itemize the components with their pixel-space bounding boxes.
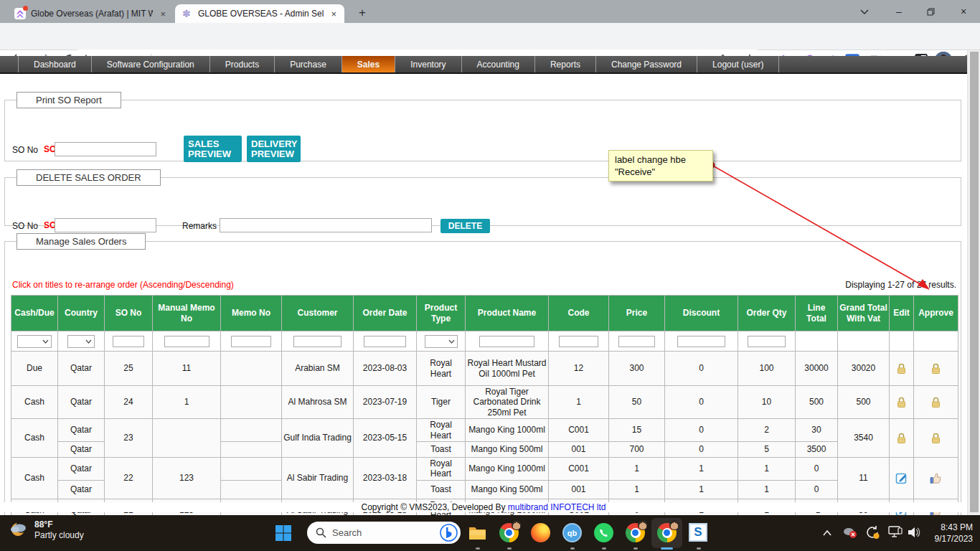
col-header-product-name[interactable]: Product Name xyxy=(466,296,549,331)
country-filter-select[interactable] xyxy=(67,335,95,348)
browser-tab-1[interactable]: Globe Overseas (Arafat) | MIT Wo × xyxy=(7,4,174,23)
cell-order-date: 2023-07-19 xyxy=(354,386,417,419)
delete-so-no-input[interactable] xyxy=(55,218,156,232)
cell-line-total: 500 xyxy=(796,386,838,419)
col-header-country[interactable]: Country xyxy=(58,296,105,331)
window-restore-button[interactable] xyxy=(921,4,940,19)
so-no-filter-input[interactable] xyxy=(113,336,143,347)
lock-icon xyxy=(896,433,907,444)
developer-link[interactable]: multibrand INFOTECH ltd xyxy=(508,502,606,512)
code-filter-input[interactable] xyxy=(559,336,598,347)
nav-item-reports[interactable]: Reports xyxy=(535,56,596,72)
delivery-preview-button[interactable]: DELIVERY PREVIEW xyxy=(247,136,301,162)
cash-due-filter-select[interactable] xyxy=(17,335,52,348)
cell-price: 50 xyxy=(609,386,665,419)
file-explorer-icon[interactable] xyxy=(468,523,487,542)
tab1-close-icon[interactable]: × xyxy=(158,9,168,19)
col-header-grand-total[interactable]: Grand Total With Vat xyxy=(838,296,890,331)
col-header-line-total[interactable]: Line Total xyxy=(796,296,838,331)
tray-network-icon[interactable] xyxy=(888,526,904,542)
col-header-memo-no[interactable]: Memo No xyxy=(221,296,282,331)
taskbar-clock[interactable]: 8:43 PM 9/17/2023 xyxy=(935,522,973,545)
taskbar-search-box[interactable]: Search xyxy=(307,522,461,544)
col-header-approve[interactable]: Approve xyxy=(914,296,958,331)
cell-grand-total: 3540 xyxy=(838,419,890,458)
col-header-discount[interactable]: Discount xyxy=(665,296,738,331)
chrome-profile2-icon[interactable] xyxy=(626,523,645,542)
tab2-close-icon[interactable]: × xyxy=(329,9,339,19)
window-chevron-down-icon[interactable] xyxy=(855,4,874,19)
tray-chevron-up-icon[interactable] xyxy=(822,527,832,540)
window-minimize-button[interactable]: – xyxy=(890,4,908,19)
col-header-price[interactable]: Price xyxy=(609,296,665,331)
approve-button-cell[interactable] xyxy=(914,457,958,499)
chrome-profile3-icon-active[interactable] xyxy=(657,523,677,542)
cell-memo xyxy=(221,386,282,419)
tray-update-sync-icon[interactable] xyxy=(865,524,881,543)
col-header-customer[interactable]: Customer xyxy=(282,296,354,331)
cell-country: Qatar xyxy=(58,386,105,419)
window-close-button[interactable]: × xyxy=(954,4,973,19)
clock-time: 8:43 PM xyxy=(935,522,973,533)
s-app-icon[interactable]: S xyxy=(689,523,708,542)
page-scrollbar-thumb[interactable] xyxy=(970,52,979,512)
chrome-icon[interactable] xyxy=(499,523,519,542)
lock-icon xyxy=(930,433,941,444)
firefox-icon[interactable] xyxy=(531,523,550,542)
nav-item-software-configuration[interactable]: Software Configuration xyxy=(92,56,210,72)
nav-item-dashboard[interactable]: Dashboard xyxy=(18,56,92,72)
col-header-code[interactable]: Code xyxy=(549,296,609,331)
nav-item-inventory[interactable]: Inventory xyxy=(395,56,461,72)
sales-preview-button[interactable]: SALES PREVIEW xyxy=(184,136,242,162)
print-so-report-section: Print SO Report SO No SO SALES PREVIEW D… xyxy=(4,92,961,161)
memo-filter-input[interactable] xyxy=(231,336,271,347)
cell-line-total: 0 xyxy=(796,457,838,480)
nav-item-accounting[interactable]: Accounting xyxy=(462,56,535,72)
chrome-profile-bubble xyxy=(512,520,522,530)
lock-icon xyxy=(896,363,907,375)
product-type-filter-select[interactable] xyxy=(425,335,458,348)
weather-widget[interactable]: 88°FPartly cloudy xyxy=(7,519,84,541)
edit-button-cell[interactable] xyxy=(890,457,914,499)
col-header-product-type[interactable]: Product Type xyxy=(417,296,466,331)
search-icon xyxy=(316,527,326,538)
tray-volume-icon[interactable] xyxy=(907,526,921,542)
nav-item-logout[interactable]: Logout (user) xyxy=(697,56,779,72)
col-header-cash-due[interactable]: Cash/Due xyxy=(11,296,58,331)
order-date-filter-input[interactable] xyxy=(364,336,405,347)
cell-product-name: Mango King 1000ml xyxy=(466,457,549,480)
remarks-input[interactable] xyxy=(220,218,432,232)
price-filter-input[interactable] xyxy=(618,336,655,347)
manage-sales-orders-legend: Manage Sales Orders xyxy=(17,233,146,250)
print-so-no-input[interactable] xyxy=(55,142,156,156)
nav-item-change-password[interactable]: Change Password xyxy=(596,56,697,72)
tray-sound-error-icon[interactable] xyxy=(842,525,858,542)
browser-tab-2[interactable]: ✽ GLOBE OVERSEAS - Admin SellIte × xyxy=(175,4,344,23)
col-header-order-date[interactable]: Order Date xyxy=(354,296,417,331)
nav-item-sales[interactable]: Sales xyxy=(342,56,395,72)
page-scrollbar-track[interactable] xyxy=(967,50,980,515)
so-no-label: SO No xyxy=(12,145,38,155)
col-header-manual-memo-no[interactable]: Manual Memo No xyxy=(153,296,221,331)
whatsapp-icon[interactable] xyxy=(594,523,613,542)
customer-filter-input[interactable] xyxy=(293,336,341,347)
col-header-order-qty[interactable]: Order Qty xyxy=(738,296,796,331)
qbittorrent-icon[interactable]: qb xyxy=(562,523,582,542)
col-header-edit[interactable]: Edit xyxy=(890,296,914,331)
edit-pencil-icon[interactable] xyxy=(895,471,908,484)
product-name-filter-input[interactable] xyxy=(479,336,535,347)
weather-temp: 88°F xyxy=(34,519,84,530)
discount-filter-input[interactable] xyxy=(677,336,726,347)
start-button[interactable] xyxy=(275,524,294,544)
thumbs-up-icon[interactable] xyxy=(929,471,943,484)
delete-button[interactable]: DELETE xyxy=(440,219,490,233)
nav-item-products[interactable]: Products xyxy=(210,56,275,72)
chevron-down-icon xyxy=(85,339,92,344)
nav-item-purchase[interactable]: Purchase xyxy=(275,56,342,72)
new-tab-button[interactable]: + xyxy=(354,5,370,21)
manual-memo-filter-input[interactable] xyxy=(164,336,209,347)
edit-locked-cell xyxy=(890,352,914,386)
cell-grand-total: 30020 xyxy=(838,352,890,386)
col-header-so-no[interactable]: SO No xyxy=(105,296,153,331)
order-qty-filter-input[interactable] xyxy=(748,336,786,347)
